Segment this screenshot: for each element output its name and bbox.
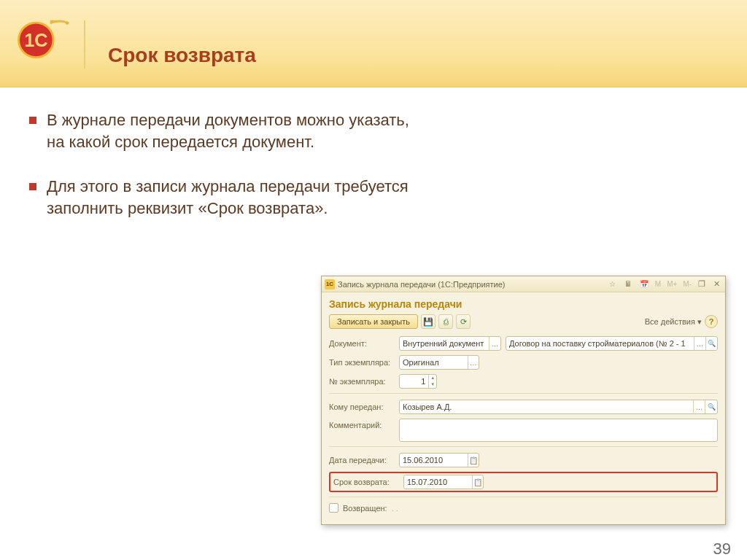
header-divider xyxy=(84,20,85,69)
row-return-date: Срок возврата: 📋 xyxy=(333,475,713,489)
return-date-field[interactable]: 📋 xyxy=(403,475,484,489)
dialog-transfer-journal-record: 1C Запись журнала передачи (1С:Предприят… xyxy=(321,276,726,525)
returned-label: Возвращен: xyxy=(343,504,387,513)
svg-text:1С: 1С xyxy=(24,30,47,50)
document-value-field[interactable]: … 🔍 xyxy=(506,336,718,351)
separator xyxy=(329,446,718,447)
row-document: Документ: … … 🔍 xyxy=(329,336,718,351)
refresh-icon[interactable]: ⟳ xyxy=(456,314,471,329)
window-title: Запись журнала передачи (1С:Предприятие) xyxy=(338,280,505,289)
return-date-label: Срок возврата: xyxy=(333,478,399,486)
calendar-icon[interactable]: 📋 xyxy=(468,454,479,467)
page-number: 39 xyxy=(713,540,731,559)
open-icon[interactable]: 🔍 xyxy=(705,337,717,350)
save-and-close-button[interactable]: Записать и закрыть xyxy=(329,314,418,329)
lookup-icon[interactable]: … xyxy=(693,400,705,413)
lookup-icon[interactable]: … xyxy=(489,337,500,350)
memory-m-minus[interactable]: M- xyxy=(681,280,693,288)
row-given-to: Кому передан: … 🔍 xyxy=(329,400,718,414)
dialog-caption: Запись журнала передачи xyxy=(329,298,718,310)
document-type-input[interactable] xyxy=(400,339,489,348)
pass-date-field[interactable]: 📋 xyxy=(399,453,479,467)
calendar-icon[interactable]: 📅 xyxy=(638,279,651,290)
pass-date-label: Дата передачи: xyxy=(329,456,395,464)
return-date-input[interactable] xyxy=(404,478,472,486)
open-icon[interactable]: 🔍 xyxy=(705,400,717,413)
returned-checkbox[interactable] xyxy=(329,503,338,513)
bullet-item: Для этого в записи журнала передачи треб… xyxy=(29,176,423,219)
row-copy-no: № экземпляра: ▲▼ xyxy=(329,374,718,389)
memory-m-plus[interactable]: M+ xyxy=(665,280,678,288)
given-to-field[interactable]: … 🔍 xyxy=(399,400,718,414)
memory-m[interactable]: M xyxy=(654,280,662,288)
copy-type-field[interactable]: … xyxy=(399,355,479,370)
document-type-field[interactable]: … xyxy=(399,336,501,351)
spinner[interactable]: ▲▼ xyxy=(428,375,436,388)
given-to-input[interactable] xyxy=(400,402,693,411)
comment-label: Комментарий: xyxy=(329,419,395,429)
row-comment: Комментарий: xyxy=(329,419,718,442)
window-restore-icon[interactable]: ❐ xyxy=(696,279,708,289)
copy-type-input[interactable] xyxy=(400,358,468,367)
favorite-icon[interactable]: ☆ xyxy=(605,279,619,290)
copy-no-label: № экземпляра: xyxy=(329,377,395,386)
app-icon: 1C xyxy=(325,279,335,289)
copy-no-input[interactable] xyxy=(400,377,428,386)
returned-date-placeholder: . . xyxy=(392,504,398,513)
given-to-label: Кому передан: xyxy=(329,402,395,411)
pass-date-input[interactable] xyxy=(400,456,468,464)
help-icon[interactable]: ? xyxy=(705,315,718,328)
print-icon[interactable]: ⎙ xyxy=(438,314,453,329)
separator xyxy=(329,393,718,394)
svg-rect-4 xyxy=(50,20,58,23)
close-icon[interactable]: ✕ xyxy=(711,279,722,289)
document-value-input[interactable] xyxy=(506,339,694,348)
row-copy-type: Тип экземпляра: … xyxy=(329,355,718,370)
bullet-text: В журнале передачи документов можно указ… xyxy=(47,109,423,152)
document-label: Документ: xyxy=(329,339,395,348)
bullet-icon xyxy=(29,117,36,124)
slide-content: В журнале передачи документов можно указ… xyxy=(29,109,423,243)
bullet-item: В журнале передачи документов можно указ… xyxy=(29,109,423,152)
lookup-icon[interactable]: … xyxy=(694,337,705,350)
bullet-text: Для этого в записи журнала передачи треб… xyxy=(47,176,423,219)
copy-type-label: Тип экземпляра: xyxy=(329,358,395,367)
bullet-icon xyxy=(29,183,36,190)
row-pass-date: Дата передачи: 📋 xyxy=(329,453,718,467)
row-returned: Возвращен: . . xyxy=(329,503,718,513)
calendar-icon[interactable]: 📋 xyxy=(472,475,483,489)
dialog-toolbar: Записать и закрыть 💾 ⎙ ⟳ Все действия ▾ … xyxy=(329,314,718,329)
logo-1c: 1С xyxy=(16,13,73,63)
svg-point-3 xyxy=(66,21,69,25)
all-actions-link[interactable]: Все действия ▾ xyxy=(645,317,702,327)
slide-header: 1С Срок возврата xyxy=(0,0,747,88)
comment-field[interactable] xyxy=(399,419,718,442)
chevron-down-icon: ▾ xyxy=(697,317,702,326)
dialog-titlebar: 1C Запись журнала передачи (1С:Предприят… xyxy=(322,276,725,292)
separator xyxy=(329,497,718,497)
calculator-icon[interactable]: 🖩 xyxy=(622,279,635,290)
copy-no-field[interactable]: ▲▼ xyxy=(399,374,437,389)
return-date-highlight: Срок возврата: 📋 xyxy=(329,472,718,492)
slide-title: Срок возврата xyxy=(108,44,256,67)
lookup-icon[interactable]: … xyxy=(468,356,479,369)
all-actions-label: Все действия xyxy=(645,317,695,326)
save-icon[interactable]: 💾 xyxy=(421,314,436,329)
